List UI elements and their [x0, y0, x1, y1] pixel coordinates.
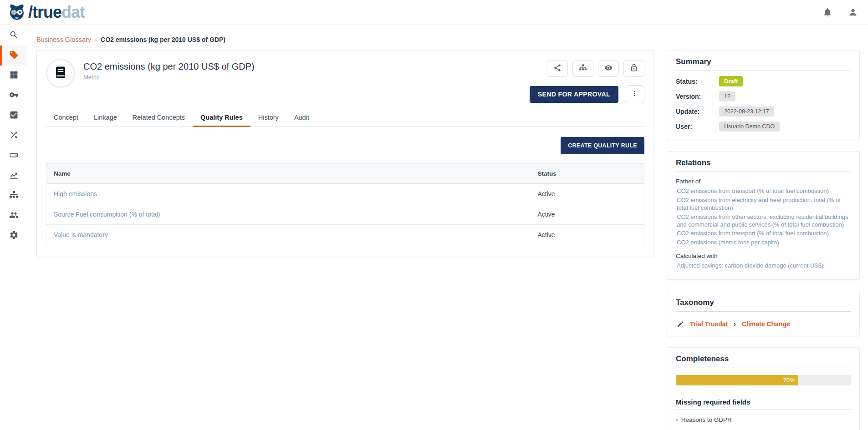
- table-header-row: Name Status: [46, 164, 644, 184]
- column-header-status: Status: [531, 164, 644, 184]
- key-icon: [9, 90, 19, 101]
- check-square-icon: [9, 110, 19, 121]
- quality-rule-link[interactable]: Value is mandatory: [54, 231, 108, 238]
- breadcrumb-current: CO2 emissions (kg per 2010 US$ of GDP): [101, 36, 225, 43]
- missing-field-label: Reasons to GDPR: [681, 416, 732, 423]
- summary-title: Summary: [676, 57, 851, 71]
- taxonomy-domain-link[interactable]: Trial Truedat: [690, 320, 728, 328]
- tab-linkage[interactable]: Linkage: [86, 110, 125, 127]
- sidebar-item-structures[interactable]: [0, 186, 27, 206]
- summary-panel: Summary Status: Draft Version: 12 Update…: [667, 50, 860, 140]
- left-sidebar: [0, 25, 27, 430]
- taxonomy-title: Taxonomy: [676, 298, 851, 312]
- completeness-percent-label: 70%: [783, 377, 795, 384]
- relation-link[interactable]: CO2 emissions from transport (% of total…: [676, 230, 851, 238]
- user-badge: Usuario Demo CDO: [719, 121, 780, 132]
- completeness-panel: Completeness 70% Missing required fields…: [667, 347, 860, 430]
- lock-open-icon: [630, 64, 638, 74]
- sidebar-item-search[interactable]: [0, 25, 27, 46]
- quality-rule-link[interactable]: High emissions: [54, 190, 97, 197]
- relation-link[interactable]: CO2 emissions from transport (% of total…: [676, 187, 851, 195]
- taxonomy-subdomain-link[interactable]: Climate Change: [742, 320, 790, 328]
- lineage-button[interactable]: [572, 61, 593, 77]
- logo-wordmark: /truedat: [28, 4, 85, 20]
- create-quality-rule-button[interactable]: CREATE QUALITY RULE: [561, 137, 644, 154]
- father-of-label: Father of: [676, 178, 851, 185]
- quality-rules-table: Name Status High emissions Active Source…: [46, 163, 644, 245]
- sitemap-icon: [9, 190, 19, 202]
- truedat-logo[interactable]: /truedat: [7, 3, 85, 22]
- sidebar-item-settings[interactable]: [0, 226, 27, 246]
- sidebar-item-catalog[interactable]: [0, 66, 27, 86]
- tab-related-concepts[interactable]: Related Concepts: [125, 110, 193, 127]
- concept-avatar: [46, 59, 75, 88]
- shuffle-icon: [9, 130, 19, 142]
- sidebar-item-lineage[interactable]: [0, 126, 27, 146]
- line-chart-icon: [9, 170, 19, 182]
- update-label: Update:: [676, 108, 719, 115]
- completeness-title: Completeness: [676, 354, 851, 368]
- share-button[interactable]: [547, 61, 568, 77]
- tab-history[interactable]: History: [250, 110, 286, 127]
- edit-pencil-icon[interactable]: [677, 320, 684, 328]
- breadcrumb: Business Glossary › CO2 emissions (kg pe…: [36, 35, 225, 43]
- breadcrumb-business-glossary[interactable]: Business Glossary: [36, 36, 91, 43]
- version-label: Version:: [676, 93, 719, 100]
- tab-quality-rules[interactable]: Quality Rules: [193, 110, 250, 127]
- taxonomy-separator: ›: [734, 320, 736, 328]
- share-icon: [553, 64, 562, 74]
- notifications-bell-icon[interactable]: [822, 7, 832, 17]
- sidebar-item-glossary[interactable]: [0, 46, 27, 66]
- tab-audit[interactable]: Audit: [286, 110, 317, 127]
- status-label: Status:: [676, 78, 719, 85]
- user-profile-icon[interactable]: [848, 7, 858, 17]
- more-options-button[interactable]: [625, 85, 644, 103]
- watch-button[interactable]: [598, 61, 619, 77]
- concept-type-label: Metric: [83, 74, 255, 81]
- gear-icon: [9, 230, 19, 242]
- missing-field-item[interactable]: › Reasons to GDPR: [676, 416, 851, 423]
- concept-tabs: Concept Linkage Related Concepts Quality…: [46, 110, 644, 127]
- relation-link[interactable]: CO2 emissions (metric tons per capita): [676, 239, 851, 247]
- quality-rule-status: Active: [531, 184, 644, 204]
- users-icon: [9, 210, 19, 222]
- completeness-progress: 70%: [676, 375, 851, 385]
- eye-icon: [604, 64, 613, 74]
- sidebar-item-sources[interactable]: [0, 146, 27, 166]
- quality-rule-link[interactable]: Source Fuel consumpltion (% of total): [54, 211, 160, 218]
- version-badge: 12: [719, 91, 735, 101]
- grid-icon: [9, 70, 19, 81]
- sidebar-item-users[interactable]: [0, 206, 27, 226]
- table-row: Source Fuel consumpltion (% of total) Ac…: [46, 204, 644, 225]
- breadcrumb-separator: ›: [95, 35, 97, 43]
- search-icon: [9, 30, 19, 41]
- taxonomy-panel: Taxonomy Trial Truedat › Climate Change: [667, 291, 860, 336]
- relations-panel: Relations Father of CO2 emissions from t…: [667, 151, 860, 280]
- book-icon: [54, 66, 67, 81]
- right-sidebar: Summary Status: Draft Version: 12 Update…: [667, 50, 860, 430]
- concept-title: CO2 emissions (kg per 2010 US$ of GDP): [83, 61, 255, 72]
- sidebar-item-dashboards[interactable]: [0, 166, 27, 186]
- top-header: /truedat: [0, 0, 868, 25]
- relation-link[interactable]: Adjusted savings: carbon dioxide damage …: [676, 262, 851, 270]
- quality-rule-status: Active: [531, 204, 644, 225]
- lock-button[interactable]: [623, 61, 644, 77]
- tree-icon: [579, 64, 587, 74]
- relation-link[interactable]: CO2 emissions from electricity and heat …: [676, 197, 851, 212]
- sidebar-item-quality[interactable]: [0, 106, 27, 126]
- drive-icon: [9, 150, 19, 162]
- tab-concept[interactable]: Concept: [46, 110, 86, 127]
- send-for-approval-button[interactable]: SEND FOR APPROVAL: [530, 86, 618, 103]
- status-badge: Draft: [719, 76, 743, 86]
- chevron-right-icon: ›: [676, 416, 678, 423]
- relations-title: Relations: [676, 158, 851, 172]
- sidebar-item-access[interactable]: [0, 86, 27, 106]
- missing-fields-title: Missing required fields: [676, 398, 851, 410]
- relation-link[interactable]: CO2 emissions from other sectors, exclud…: [676, 213, 851, 229]
- table-row: Value is mandatory Active: [46, 225, 644, 245]
- table-row: High emissions Active: [46, 184, 644, 204]
- quality-rule-status: Active: [531, 225, 644, 245]
- calculated-with-label: Calculated with: [676, 253, 851, 259]
- column-header-name: Name: [46, 164, 531, 184]
- update-badge: 2022-08-23 12:17: [719, 106, 774, 116]
